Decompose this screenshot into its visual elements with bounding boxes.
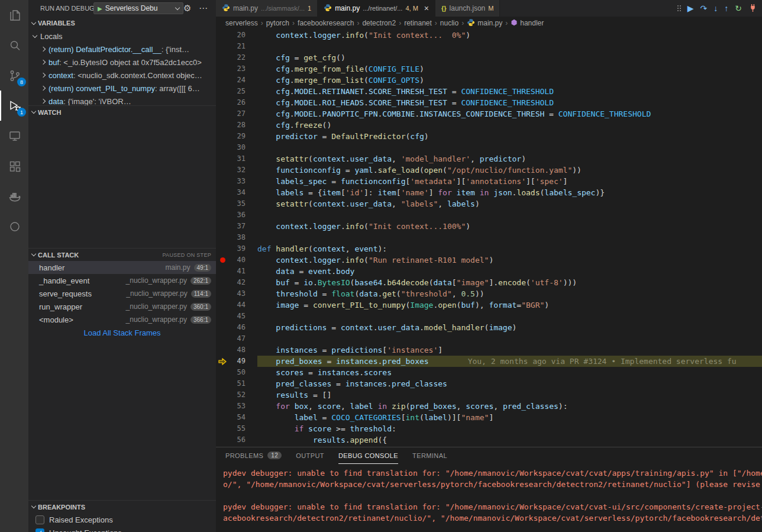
gutter[interactable]: 38: [216, 232, 257, 243]
line-content[interactable]: cfg.freeze(): [257, 120, 762, 131]
stack-frame[interactable]: run_wrapper_nuclio_wrapper.py360:1: [28, 300, 216, 313]
line-content[interactable]: context.logger.info("Init context...100%…: [257, 221, 762, 232]
editor-tab[interactable]: {}launch.jsonM: [435, 0, 500, 17]
gutter[interactable]: 40: [216, 254, 257, 266]
gutter[interactable]: 34: [216, 187, 257, 198]
variable-row[interactable]: data: {'image': 'iVBOR…: [28, 95, 216, 105]
twisty-icon[interactable]: [41, 86, 46, 91]
step-out-icon[interactable]: ↑: [724, 4, 728, 12]
gutter[interactable]: 43: [216, 288, 257, 299]
breakpoint-row[interactable]: Raised Exceptions: [28, 513, 216, 526]
editor-tab[interactable]: main.py.../retinanet/...4, M×: [318, 0, 435, 17]
gutter[interactable]: 42: [216, 277, 257, 288]
step-over-icon[interactable]: ↷: [700, 4, 708, 12]
gutter[interactable]: 29: [216, 131, 257, 142]
gutter[interactable]: 45: [216, 311, 257, 322]
activity-extensions[interactable]: [0, 151, 28, 181]
gutter[interactable]: 33: [216, 176, 257, 187]
line-content[interactable]: image = convert_PIL_to_numpy(Image.open(…: [257, 299, 762, 311]
breadcrumb-item[interactable]: main.py: [467, 18, 502, 28]
gutter[interactable]: 47: [216, 333, 257, 344]
variable-row[interactable]: buf: <_io.BytesIO object at 0x7f5a2dc1ec…: [28, 56, 216, 69]
watch-section-header[interactable]: WATCH: [28, 105, 216, 118]
gutter[interactable]: 28: [216, 120, 257, 131]
gutter[interactable]: 50: [216, 367, 257, 378]
gutter[interactable]: 49: [216, 356, 257, 367]
line-content[interactable]: labels_spec = functionconfig['metadata']…: [257, 176, 762, 187]
activity-remote-explorer[interactable]: [0, 121, 28, 151]
panel-tab-problems[interactable]: PROBLEMS12: [225, 447, 282, 464]
panel-tab-debug-console[interactable]: DEBUG CONSOLE: [338, 447, 398, 464]
variable-row[interactable]: (return) DefaultPredictor.__call__: {'in…: [28, 43, 216, 56]
step-into-icon[interactable]: ↓: [713, 4, 718, 12]
line-content[interactable]: label = COCO_CATEGORIES[int(label)]["nam…: [257, 412, 762, 423]
variables-scope-row[interactable]: Locals: [28, 30, 216, 43]
stack-frame[interactable]: serve_requests_nuclio_wrapper.py114:1: [28, 287, 216, 300]
line-content[interactable]: scores = instances.scores: [257, 367, 762, 378]
gutter[interactable]: 32: [216, 165, 257, 176]
breadcrumb-item[interactable]: facebookresearch: [298, 19, 354, 27]
line-content[interactable]: results = []: [257, 389, 762, 401]
breadcrumb-item[interactable]: serverless: [225, 19, 258, 27]
activity-source-control[interactable]: 8: [0, 60, 28, 91]
twisty-icon[interactable]: [41, 73, 46, 78]
line-content[interactable]: cfg.merge_from_list(CONFIG_OPTS): [257, 75, 762, 86]
stack-frame[interactable]: <module>_nuclio_wrapper.py366:1: [28, 313, 216, 326]
twisty-icon[interactable]: [41, 99, 46, 104]
line-content[interactable]: [257, 333, 762, 344]
gutter[interactable]: 24: [216, 75, 257, 86]
line-content[interactable]: buf = io.BytesIO(base64.b64decode(data["…: [257, 277, 762, 288]
breakpoint-row[interactable]: ✓Uncaught Exceptions: [28, 526, 216, 532]
continue-icon[interactable]: ▶: [687, 4, 694, 12]
panel-tab-output[interactable]: OUTPUT: [296, 447, 324, 464]
load-all-stack-frames-link[interactable]: Load All Stack Frames: [28, 326, 216, 339]
line-content[interactable]: pred_classes = instances.pred_classes: [257, 378, 762, 389]
line-content[interactable]: labels = {item['id']: item['name'] for i…: [257, 187, 762, 198]
gutter[interactable]: 46: [216, 322, 257, 333]
more-actions-icon[interactable]: ⋯: [199, 3, 208, 14]
current-frame-gutter[interactable]: [216, 358, 229, 365]
breadcrumb-item[interactable]: nuclio: [440, 19, 459, 27]
editor-tab[interactable]: main.py.../siammask/...1: [216, 0, 318, 17]
gutter[interactable]: 22: [216, 52, 257, 63]
gutter[interactable]: 37: [216, 221, 257, 232]
activity-search[interactable]: [0, 30, 28, 60]
gutter[interactable]: 41: [216, 266, 257, 277]
disconnect-icon[interactable]: [748, 4, 757, 14]
call-stack-section-header[interactable]: CALL STACK PAUSED ON STEP: [28, 248, 216, 261]
gutter[interactable]: 30: [216, 142, 257, 153]
line-content[interactable]: predictor = DefaultPredictor(cfg): [257, 131, 762, 142]
breakpoints-section-header[interactable]: BREAKPOINTS: [28, 500, 216, 513]
breadcrumb-item[interactable]: detectron2: [362, 19, 396, 27]
line-content[interactable]: context.logger.info("Init context... 0%"…: [257, 30, 762, 41]
activity-docker[interactable]: [0, 181, 28, 211]
activity-run-and-debug[interactable]: 1: [0, 91, 28, 121]
line-content[interactable]: context.logger.info("Run retinanet-R101 …: [257, 254, 762, 266]
line-content[interactable]: [257, 41, 762, 52]
line-content[interactable]: setattr(context.user_data, 'model_handle…: [257, 153, 762, 165]
gutter[interactable]: 20: [216, 30, 257, 41]
line-content[interactable]: [257, 311, 762, 322]
gutter[interactable]: 53: [216, 401, 257, 412]
gutter[interactable]: 39: [216, 243, 257, 254]
variables-section-header[interactable]: VARIABLES: [28, 17, 216, 30]
close-icon[interactable]: ×: [424, 4, 429, 12]
activity-extension-circle[interactable]: [0, 211, 28, 241]
gutter[interactable]: 51: [216, 378, 257, 389]
line-content[interactable]: predictions = context.user_data.model_ha…: [257, 322, 762, 333]
line-content[interactable]: setattr(context.user_data, "labels", lab…: [257, 198, 762, 209]
activity-explorer[interactable]: [0, 0, 28, 30]
gutter[interactable]: 48: [216, 344, 257, 356]
restart-icon[interactable]: ↻: [735, 4, 742, 12]
gutter[interactable]: 54: [216, 412, 257, 423]
line-content[interactable]: if score >= threshold:: [257, 423, 762, 434]
line-content[interactable]: results.append({: [257, 434, 762, 446]
breadcrumb-item[interactable]: handler: [511, 19, 544, 28]
settings-gear-icon[interactable]: ⚙: [183, 3, 191, 14]
stack-frame[interactable]: handlermain.py49:1: [28, 261, 216, 274]
gutter[interactable]: 56: [216, 434, 257, 446]
breadcrumb-item[interactable]: pytorch: [266, 19, 289, 27]
gutter[interactable]: 35: [216, 198, 257, 209]
variable-row[interactable]: (return) convert_PIL_to_numpy: array([[[…: [28, 82, 216, 95]
gutter[interactable]: 52: [216, 389, 257, 401]
